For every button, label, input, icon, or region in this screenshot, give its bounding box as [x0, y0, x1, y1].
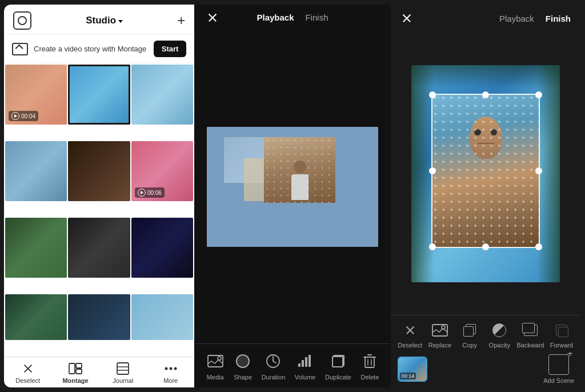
collage-background — [207, 127, 378, 247]
playback-btn-s3[interactable]: Playback — [499, 14, 534, 23]
handle-bottom-left[interactable] — [429, 243, 436, 250]
close-button[interactable] — [207, 12, 218, 23]
video-duration-badge: 00:04 — [9, 111, 38, 121]
nav-label-more: More — [163, 377, 178, 384]
nav-item-more[interactable]: More — [147, 362, 194, 384]
add-scene-label: Add Scene — [543, 377, 574, 384]
copy-shape-icon — [463, 324, 476, 337]
toolbar-media[interactable]: Media — [206, 352, 225, 381]
svg-rect-2 — [76, 369, 82, 374]
grid-cell[interactable]: 00:04 — [5, 65, 67, 125]
grid-cell[interactable]: 00:06 — [131, 141, 193, 201]
opacity-action-icon — [490, 321, 508, 339]
handle-bottom-center[interactable] — [482, 243, 489, 250]
nav-item-montage[interactable]: Montage — [51, 362, 99, 384]
grid-cell[interactable] — [68, 141, 130, 201]
toolbar-volume[interactable]: Volume — [295, 352, 316, 381]
add-scene-area[interactable]: Add Scene — [543, 354, 574, 384]
finish-btn-s3[interactable]: Finish — [546, 14, 571, 23]
grid-cell[interactable] — [5, 294, 67, 340]
handle-top-center[interactable] — [482, 91, 489, 98]
nav-label-deselect: Deselect — [15, 377, 40, 384]
grid-cell[interactable] — [5, 141, 67, 201]
chevron-down-icon — [118, 20, 123, 23]
editor-header: Playback Finish — [195, 5, 389, 30]
play-icon — [11, 112, 19, 120]
nav-label-journal: Journal — [113, 377, 133, 384]
replace-label: Replace — [428, 342, 451, 349]
backward-action-icon — [522, 321, 540, 339]
action-forward[interactable]: Forward — [549, 321, 574, 349]
handle-middle-right[interactable] — [535, 167, 542, 174]
figure-body — [291, 174, 308, 200]
action-bar: Deselect Replace Copy — [391, 315, 581, 352]
montage-banner: Create a video story with Montage Start — [4, 35, 194, 63]
grid-cell[interactable] — [68, 218, 130, 278]
nav-item-journal[interactable]: Journal — [99, 362, 147, 384]
action-opacity[interactable]: Opacity — [487, 321, 512, 349]
svg-line-13 — [273, 361, 276, 363]
action-copy[interactable]: Copy — [457, 321, 482, 349]
studio-title-text: Studio — [86, 15, 116, 26]
opacity-shape-icon — [492, 323, 506, 337]
svg-rect-15 — [302, 360, 304, 367]
action-backward[interactable]: Backward — [516, 321, 544, 349]
toolbar-duplicate[interactable]: Duplicate — [325, 352, 351, 381]
add-button[interactable]: + — [177, 13, 185, 29]
grid-cell[interactable] — [5, 218, 67, 278]
action-deselect[interactable]: Deselect — [398, 321, 423, 349]
playback-button[interactable]: Playback — [257, 13, 294, 22]
logo-inner — [18, 16, 27, 25]
top-leaves — [411, 65, 560, 88]
studio-title[interactable]: Studio — [86, 15, 123, 26]
handle-top-right[interactable] — [535, 91, 542, 98]
handle-top-left[interactable] — [429, 91, 436, 98]
copy-label: Copy — [462, 342, 477, 349]
grid-cell[interactable] — [131, 294, 193, 340]
duration-text: 00:06 — [147, 190, 162, 196]
collage-frame — [207, 127, 378, 247]
handle-middle-left[interactable] — [429, 167, 436, 174]
forward-shape-icon — [556, 325, 567, 336]
volume-icon — [296, 352, 314, 370]
svg-rect-1 — [76, 363, 82, 368]
grid-cell[interactable] — [131, 65, 193, 125]
collage-piece-3[interactable] — [264, 137, 335, 203]
grid-cell[interactable] — [131, 218, 193, 278]
svg-point-6 — [165, 367, 167, 370]
grid-cell[interactable] — [68, 294, 130, 340]
bottom-nav: Deselect Montage — [4, 357, 194, 387]
duplicate-icon — [329, 352, 347, 370]
toolbar-volume-label: Volume — [295, 374, 316, 381]
toolbar-duration[interactable]: Duration — [262, 352, 286, 381]
nav-label-montage: Montage — [62, 377, 88, 384]
nav-item-deselect[interactable]: Deselect — [4, 362, 51, 384]
copy-action-icon — [460, 321, 479, 339]
toolbar-delete-label: Delete — [361, 374, 379, 381]
grid-cell-selected[interactable] — [68, 65, 130, 125]
duration-icon — [264, 352, 282, 370]
toolbar-shape[interactable]: Shape — [234, 352, 252, 381]
handle-bottom-right[interactable] — [535, 243, 542, 250]
screen3-advanced-editor: Playback Finish — [391, 5, 581, 387]
start-button[interactable]: Start — [154, 41, 187, 57]
timeline: 00:14 Add Scene — [391, 352, 581, 387]
close-button-s3[interactable] — [401, 13, 412, 24]
journal-icon — [116, 362, 130, 375]
montage-icon — [69, 362, 82, 375]
finish-button[interactable]: Finish — [306, 13, 328, 22]
timeline-clip[interactable]: 00:14 — [398, 357, 427, 382]
action-replace[interactable]: Replace — [427, 321, 452, 349]
svg-rect-14 — [298, 363, 300, 367]
toolbar-delete[interactable]: Delete — [360, 352, 379, 381]
play-icon — [138, 189, 146, 197]
svg-rect-16 — [305, 357, 307, 367]
screens-container: Studio + Create a video story with Monta… — [4, 5, 581, 387]
film-icon — [12, 43, 28, 55]
editor-toolbar: Media Shape Duration — [195, 343, 389, 387]
advanced-canvas — [391, 32, 581, 315]
duplicate-shape — [332, 355, 344, 367]
backward-label: Backward — [516, 342, 544, 349]
editor-canvas — [195, 30, 389, 343]
more-icon — [164, 362, 178, 375]
